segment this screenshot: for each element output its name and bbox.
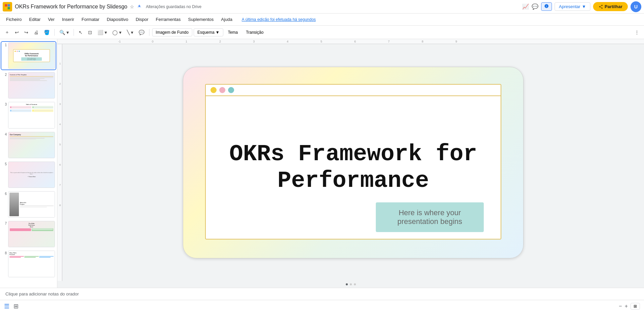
svg-text:6: 6: [354, 40, 356, 43]
slide-thumb-3[interactable]: 3 Table of Contents: [1, 101, 56, 129]
background-image-button[interactable]: Imagem de Fundo: [152, 28, 192, 36]
toolbar-textbox-button[interactable]: ⊡: [86, 28, 94, 36]
star-icon[interactable]: ☆: [130, 4, 134, 9]
svg-text:5: 5: [59, 143, 61, 146]
svg-text:7: 7: [388, 40, 390, 43]
frame-titlebar: [206, 85, 501, 96]
toolbar-separator-1: [54, 29, 55, 36]
window-circle-yellow[interactable]: [211, 87, 217, 93]
menu-ferramentas[interactable]: Ferramentas: [152, 16, 184, 23]
user-avatar[interactable]: U: [631, 1, 641, 12]
toolbar-undo-button[interactable]: ↩: [13, 28, 21, 36]
svg-text:-1: -1: [118, 40, 121, 43]
zoom-out-button[interactable]: −: [619, 303, 622, 309]
menu-editar[interactable]: Editar: [26, 16, 44, 23]
share-label: Partilhar: [605, 4, 622, 9]
toolbar-add-button[interactable]: ＋: [3, 28, 11, 37]
present-label: Apresentar: [559, 4, 581, 9]
app-logo: [3, 2, 12, 11]
slide-nav-dots: [346, 281, 356, 288]
slide-thumb-4[interactable]: 4 Our Company: [1, 131, 56, 159]
menu-suplementos[interactable]: Suplementos: [185, 16, 217, 23]
slide-thumb-5[interactable]: 5 "This is a quote and/or full caption t…: [1, 161, 56, 189]
scheme-dropdown-icon: ▼: [216, 30, 220, 35]
theme-button[interactable]: Tema: [225, 29, 241, 36]
present-button[interactable]: Apresentar ▼: [555, 2, 590, 11]
toolbar-shapes-button[interactable]: ⬜ ▾: [95, 28, 109, 36]
transition-button[interactable]: Transição: [243, 29, 267, 36]
menu-ficheiro[interactable]: Ficheiro: [3, 16, 25, 23]
view-list-button[interactable]: ☰: [4, 303, 9, 310]
slide-thumb-8[interactable]: 8 Stop, Start,Proceed: [1, 250, 56, 278]
menu-ver[interactable]: Ver: [45, 16, 58, 23]
slide-preview-6: About theProject: [8, 191, 55, 218]
slide-num-5: 5: [2, 162, 7, 166]
toolbar-line-button[interactable]: ╲ ▾: [125, 28, 135, 36]
nav-dot-2[interactable]: [350, 283, 352, 285]
slide-main-title: OKRs Framework for Performance: [206, 141, 501, 194]
slide-preview-4: Our Company: [8, 132, 55, 158]
nav-dot-active[interactable]: [346, 283, 348, 285]
toolbar-zoom-display[interactable]: 🔍 ▾: [57, 28, 71, 36]
view-grid-button[interactable]: ⊞: [13, 303, 19, 310]
menu-diapositivo[interactable]: Diapositivo: [104, 16, 132, 23]
slide-canvas-container: OKRs Framework for Performance Here is w…: [62, 44, 644, 281]
toolbar-right: ⋮: [633, 28, 641, 36]
toolbar-more-button[interactable]: ⋮: [633, 28, 641, 36]
toolbar: ＋ ↩ ↪ 🖨 🪣 🔍 ▾ ↖ ⊡ ⬜ ▾ ◯ ▾ ╲ ▾ 💬 Imagem d…: [0, 26, 644, 39]
toolbar-separator-3: [149, 29, 149, 36]
svg-text:2: 2: [59, 82, 61, 85]
ruler-vertical: 1 2 3 4 5 6 7 8: [57, 44, 62, 281]
fit-button[interactable]: ⊞: [631, 303, 640, 310]
drive-icon: [137, 4, 142, 9]
menu-formatar[interactable]: Formatar: [78, 16, 103, 23]
notes-placeholder: Clique para adicionar notas do orador: [5, 291, 79, 296]
toolbar-redo-button[interactable]: ↪: [22, 28, 30, 36]
save-status: Alterações guardadas no Drive: [146, 4, 201, 9]
top-bar: OKRs Framework for Performance by Slides…: [0, 0, 644, 13]
svg-text:1: 1: [59, 62, 61, 65]
slide-preview-1: OKRs Frameworkfor Performance Here is wh…: [8, 42, 55, 69]
present-dropdown-icon[interactable]: ▼: [582, 4, 586, 9]
slide-thumb-2[interactable]: 2 Contents of This Template: [1, 72, 56, 99]
slide-thumb-1[interactable]: 1 OKRs Frameworkfor Performance Here is …: [1, 42, 56, 69]
notes-bar[interactable]: Clique para adicionar notas do orador: [0, 288, 644, 300]
menu-inserir[interactable]: Inserir: [59, 16, 78, 23]
toolbar-paint-button[interactable]: 🪣: [42, 28, 52, 36]
toolbar-comment-button[interactable]: 💬: [137, 28, 146, 36]
slide-num-8: 8: [2, 251, 7, 255]
svg-text:0: 0: [152, 40, 153, 43]
menu-ajuda[interactable]: Ajuda: [218, 16, 235, 23]
share-button[interactable]: Partilhar: [593, 2, 628, 11]
slide-num-1: 1: [2, 43, 7, 47]
slide-num-7: 7: [2, 222, 7, 225]
toolbar-circle-button[interactable]: ◯ ▾: [110, 28, 123, 36]
slide-thumb-7[interactable]: 7 The SlideTitle GoesHere!: [1, 220, 56, 248]
svg-point-4: [139, 5, 140, 7]
accessibility-button[interactable]: [541, 2, 552, 11]
slide-panel: 1 OKRs Frameworkfor Performance Here is …: [0, 39, 57, 288]
bottom-bar: ☰ ⊞ − + ⊞: [0, 300, 644, 312]
window-circle-pink[interactable]: [219, 87, 225, 93]
slide-num-6: 6: [2, 192, 7, 196]
main-area: 1 OKRs Frameworkfor Performance Here is …: [0, 39, 644, 288]
menu-dispor[interactable]: Dispor: [132, 16, 152, 23]
slide-preview-5: "This is a quote and/or full caption tex…: [8, 162, 55, 188]
last-edit-link[interactable]: A última edição foi efetuada há segundos: [242, 17, 316, 22]
slide-inner-frame: OKRs Framework for Performance Here is w…: [205, 84, 501, 239]
bottom-right: − + ⊞: [619, 303, 640, 310]
slide-main[interactable]: OKRs Framework for Performance Here is w…: [183, 67, 524, 258]
trend-icon[interactable]: 📈: [522, 3, 529, 10]
window-circle-teal[interactable]: [228, 87, 234, 93]
toolbar-print-button[interactable]: 🖨: [32, 28, 40, 36]
svg-text:4: 4: [287, 40, 288, 43]
scheme-button[interactable]: Esquema ▼: [194, 28, 223, 36]
slide-preview-8: Stop, Start,Proceed: [8, 251, 55, 277]
slide-thumb-6[interactable]: 6 About theProject: [1, 191, 56, 218]
svg-rect-1: [8, 4, 10, 6]
comment-icon[interactable]: 💬: [532, 3, 538, 10]
zoom-in-button[interactable]: +: [625, 303, 628, 309]
nav-dot-3[interactable]: [354, 283, 356, 285]
slide-subtitle-box[interactable]: Here is where your presentation begins: [376, 202, 484, 232]
toolbar-cursor-button[interactable]: ↖: [77, 28, 85, 36]
